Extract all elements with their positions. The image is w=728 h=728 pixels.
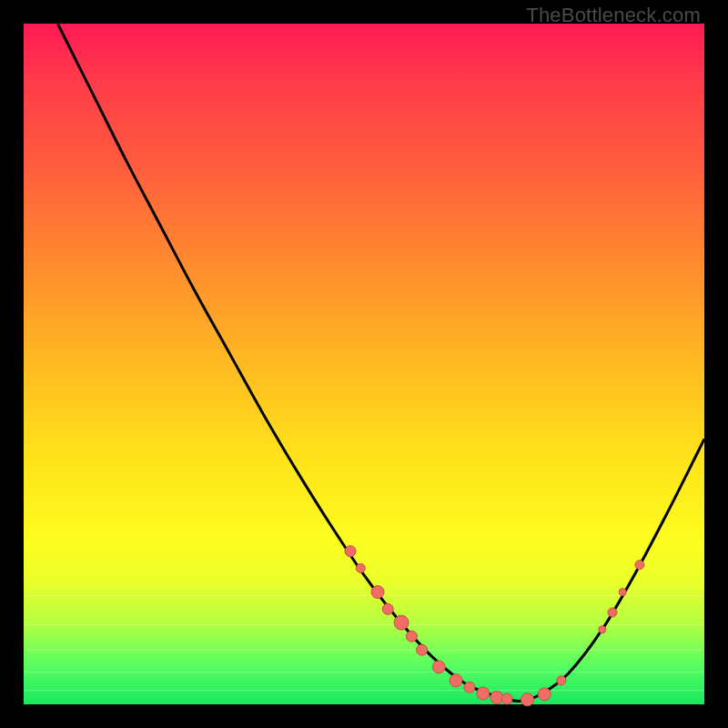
highlight-dot [356, 563, 365, 572]
highlight-dot [406, 631, 417, 642]
highlight-dot [599, 626, 606, 633]
highlight-dot [501, 693, 512, 704]
highlight-dot [371, 586, 384, 599]
highlight-dot [382, 603, 393, 614]
highlight-dot [477, 687, 490, 700]
highlight-dot [521, 693, 534, 706]
highlight-dot [417, 644, 428, 655]
highlight-dot [432, 661, 445, 673]
highlight-dot [464, 682, 475, 693]
attribution-text: TheBottleneck.com [526, 4, 701, 27]
highlight-dot [450, 674, 462, 687]
highlight-dot [619, 589, 626, 596]
chart-frame [24, 24, 704, 704]
highlight-dot [345, 546, 356, 557]
highlight-dot [394, 615, 409, 630]
highlight-dot [608, 608, 617, 617]
curve-path [57, 24, 704, 701]
highlight-dot [635, 561, 644, 570]
highlight-dots-group [345, 546, 644, 706]
bottleneck-curve [24, 24, 704, 704]
highlight-dot [538, 688, 551, 701]
highlight-dot [557, 676, 566, 685]
